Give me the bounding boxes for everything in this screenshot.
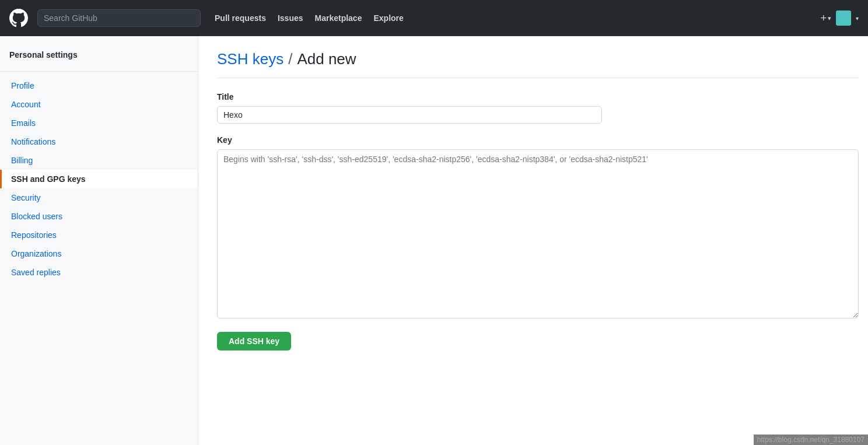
navbar-links: Pull requests Issues Marketplace Explore bbox=[215, 13, 404, 23]
pull-requests-link[interactable]: Pull requests bbox=[215, 13, 266, 23]
navbar-right: + ▾ ▾ bbox=[820, 10, 859, 26]
title-form-group: Title bbox=[217, 92, 859, 124]
sidebar-divider bbox=[0, 71, 198, 72]
key-form-group: Key bbox=[217, 135, 859, 320]
navbar: Pull requests Issues Marketplace Explore… bbox=[0, 0, 868, 36]
issues-link[interactable]: Issues bbox=[278, 13, 303, 23]
breadcrumb-separator: / bbox=[288, 50, 292, 68]
add-ssh-key-button[interactable]: Add SSH key bbox=[217, 332, 291, 351]
breadcrumb: SSH keys / Add new bbox=[217, 50, 859, 68]
sidebar: Personal settings Profile Account Emails… bbox=[0, 36, 198, 445]
breadcrumb-current: Add new bbox=[297, 50, 356, 68]
github-logo-icon[interactable] bbox=[9, 9, 28, 27]
page-divider bbox=[217, 78, 859, 78]
avatar[interactable] bbox=[836, 10, 851, 26]
sidebar-item-ssh-gpg[interactable]: SSH and GPG keys bbox=[0, 170, 198, 188]
sidebar-item-notifications[interactable]: Notifications bbox=[0, 132, 198, 151]
sidebar-item-emails[interactable]: Emails bbox=[0, 114, 198, 132]
main-content: SSH keys / Add new Title Key Add SSH key bbox=[198, 36, 868, 445]
sidebar-heading: Personal settings bbox=[0, 45, 198, 66]
sidebar-item-organizations[interactable]: Organizations bbox=[0, 244, 198, 263]
new-item-button[interactable]: + ▾ bbox=[820, 12, 831, 24]
ssh-keys-breadcrumb-link[interactable]: SSH keys bbox=[217, 50, 284, 68]
explore-link[interactable]: Explore bbox=[373, 13, 403, 23]
sidebar-item-blocked[interactable]: Blocked users bbox=[0, 207, 198, 226]
sidebar-item-repositories[interactable]: Repositories bbox=[0, 226, 198, 244]
status-bar: https://blog.csdn.net/qn_31880107 bbox=[754, 435, 868, 445]
avatar-caret[interactable]: ▾ bbox=[856, 15, 859, 22]
sidebar-item-security[interactable]: Security bbox=[0, 188, 198, 207]
key-label: Key bbox=[217, 135, 859, 145]
title-label: Title bbox=[217, 92, 859, 101]
sidebar-item-account[interactable]: Account bbox=[0, 95, 198, 114]
sidebar-item-profile[interactable]: Profile bbox=[0, 76, 198, 95]
key-textarea[interactable] bbox=[217, 149, 859, 318]
title-input[interactable] bbox=[217, 106, 602, 124]
page-layout: Personal settings Profile Account Emails… bbox=[0, 36, 868, 445]
sidebar-item-billing[interactable]: Billing bbox=[0, 151, 198, 170]
sidebar-item-saved-replies[interactable]: Saved replies bbox=[0, 263, 198, 282]
search-input[interactable] bbox=[37, 9, 201, 27]
marketplace-link[interactable]: Marketplace bbox=[315, 13, 362, 23]
